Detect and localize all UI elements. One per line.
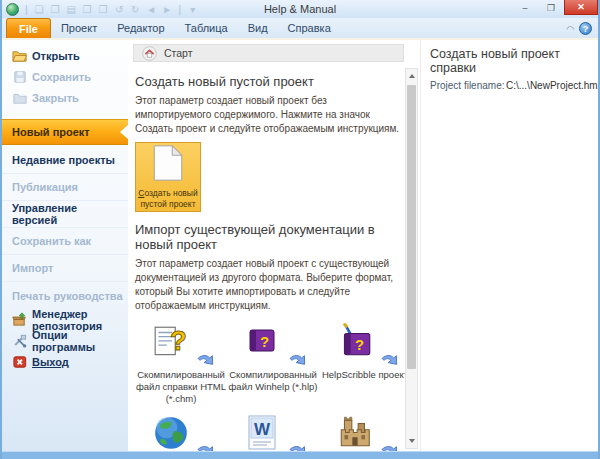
start-tab-label: Старт — [164, 47, 193, 59]
sidebar-item-recent-projects[interactable]: Недавние проекты — [2, 147, 128, 174]
blank-document-icon — [153, 145, 183, 185]
sidebar-item-print-manual[interactable]: Печать руководства — [2, 282, 128, 309]
title-bar: | ❏ ❐ ▤ ❒ ❒ ↺ ↻ ◄ ► | ▾ Help & Manual – … — [2, 0, 598, 18]
options-icon — [12, 333, 27, 348]
project-filename-label: Project filename: — [430, 80, 506, 91]
back-icon[interactable]: ◄ — [145, 4, 158, 15]
sidebar-item-repository-manager[interactable]: Менеджер репозитория — [2, 309, 128, 330]
create-new-project-tile[interactable]: Создать новый пустой проект — [135, 142, 201, 212]
divider: | — [179, 4, 182, 15]
project-filename-value[interactable]: C:\...\NewProject.hmxz — [506, 80, 600, 91]
svg-text:?: ? — [355, 337, 364, 353]
svg-text:?: ? — [260, 333, 269, 350]
tab-start[interactable]: Старт — [133, 44, 404, 62]
scroll-down-button[interactable] — [406, 434, 417, 448]
sidebar-item-publish[interactable]: Публикация — [2, 174, 128, 201]
import-item-chm[interactable]: ? Скомпилированный файл справки HTML (*.… — [135, 323, 227, 405]
chevron-up-icon — [409, 74, 415, 78]
sidebar-item-save[interactable]: Сохранить — [2, 66, 128, 87]
import-arrow-icon — [379, 436, 407, 451]
sidebar-item-label: Сохранить — [32, 71, 91, 83]
import-options-grid: ? Скомпилированный файл справки HTML (*.… — [135, 323, 407, 451]
globe-icon — [152, 414, 190, 451]
chm-file-icon: ? — [152, 323, 190, 365]
scroll-up-button[interactable] — [406, 69, 417, 83]
close-file-icon — [12, 90, 27, 105]
tab-help[interactable]: Справка — [278, 18, 341, 38]
sidebar-item-label: Новый проект — [12, 126, 90, 138]
import-item-documentation-file[interactable]: Файл документации — [319, 414, 407, 451]
sidebar-item-label: Печать руководства — [12, 290, 123, 302]
quick-access-toolbar: | ❏ ❐ ▤ ❒ ❒ ↺ ↻ ◄ ► | ▾ — [23, 4, 199, 15]
app-icon[interactable] — [6, 3, 19, 16]
save-icon[interactable]: ▤ — [65, 4, 78, 15]
project-filename-row: Project filename: C:\...\NewProject.hmxz — [430, 80, 600, 91]
section-body-import: Этот параметр создает новый проект с сущ… — [135, 257, 403, 313]
tab-file[interactable]: File — [6, 18, 51, 38]
tab-editor[interactable]: Редактор — [107, 18, 174, 38]
sidebar-item-label: Опции программы — [32, 329, 124, 353]
sidebar-item-label: Управление версией — [12, 202, 124, 226]
sidebar-item-program-options[interactable]: Опции программы — [2, 330, 128, 351]
close-all-icon[interactable]: ❒ — [97, 4, 110, 15]
import-item-rtf-word[interactable]: W RTF-документ, созданный с MS Word — [227, 414, 319, 451]
sidebar-item-open[interactable]: Открыть — [2, 45, 128, 66]
open-folder-icon — [12, 48, 27, 63]
minimize-button[interactable]: – — [512, 0, 538, 15]
word-document-icon: W — [244, 414, 280, 451]
sidebar-item-version-control[interactable]: Управление версией — [2, 201, 128, 228]
documentation-file-icon — [336, 414, 374, 451]
sidebar-item-import[interactable]: Импорт — [2, 255, 128, 282]
sidebar-item-label: Закрыть — [32, 92, 79, 104]
redo-icon[interactable]: ↻ — [129, 4, 142, 15]
svg-text:?: ? — [170, 325, 187, 356]
tab-view[interactable]: Вид — [238, 18, 278, 38]
home-icon — [142, 46, 157, 61]
import-arrow-icon — [195, 436, 223, 451]
new-file-icon[interactable]: ❏ — [33, 4, 46, 15]
open-file-icon[interactable]: ❐ — [49, 4, 62, 15]
close-file-icon[interactable]: ❒ — [81, 4, 94, 15]
help-icon[interactable]: ? — [579, 22, 592, 35]
sidebar-item-close[interactable]: Закрыть — [2, 87, 128, 108]
file-backstage: Открыть Сохранить Закрыть Новый проект Н… — [2, 40, 598, 451]
import-item-label: Скомпилированный файл Winhelp (*.hlp) — [227, 369, 319, 393]
right-panel-title: Создать новый проект справки — [430, 47, 600, 75]
app-window: | ❏ ❐ ▤ ❒ ❒ ↺ ↻ ◄ ► | ▾ Help & Manual – … — [0, 0, 600, 459]
scrollbar-thumb[interactable] — [407, 85, 416, 369]
maximize-button[interactable]: ❐ — [538, 0, 564, 15]
sidebar-item-exit[interactable]: Выход — [2, 351, 128, 372]
svg-text:W: W — [254, 420, 271, 439]
vertical-scrollbar[interactable] — [405, 68, 418, 449]
ribbon-collapse-icon[interactable]: ◠ — [566, 24, 574, 34]
sidebar-item-label: Импорт — [12, 262, 53, 274]
forward-icon[interactable]: ► — [161, 4, 174, 15]
import-item-helpscribble[interactable]: ? HelpScribble проект — [319, 323, 407, 405]
tab-table[interactable]: Таблица — [175, 18, 238, 38]
new-project-panel: Создать новый проект справки Project fil… — [420, 40, 600, 451]
helpscribble-icon: ? — [336, 323, 374, 365]
qat-dropdown-icon[interactable]: ▾ — [186, 4, 199, 15]
sidebar-item-label: Публикация — [12, 181, 78, 193]
tab-project[interactable]: Проект — [51, 18, 107, 38]
window-bottom-border — [2, 451, 598, 459]
tile-label: Создать новый пустой проект — [136, 188, 200, 209]
undo-icon[interactable]: ↺ — [113, 4, 126, 15]
start-page-content: Создать новый пустой проект Этот парамет… — [128, 66, 407, 451]
exit-icon — [12, 354, 27, 369]
import-item-label: Скомпилированный файл справки HTML (*.ch… — [135, 369, 227, 405]
file-menu-sidebar: Открыть Сохранить Закрыть Новый проект Н… — [2, 40, 128, 451]
import-item-html-text[interactable]: Обычный HTML и текстовые файлы — [135, 414, 227, 451]
sidebar-item-label: Сохранить как — [12, 235, 91, 247]
section-title-new-project: Создать новый пустой проект — [135, 74, 403, 89]
close-button[interactable]: ✕ — [564, 0, 598, 15]
import-arrow-icon — [287, 436, 315, 451]
repository-icon — [12, 312, 27, 327]
sidebar-item-save-as[interactable]: Сохранить как — [2, 228, 128, 255]
section-title-import: Импорт существующей документации в новый… — [135, 222, 403, 252]
sidebar-item-new-project[interactable]: Новый проект — [2, 119, 128, 145]
window-controls: – ❐ ✕ — [512, 0, 598, 15]
sidebar-item-label: Выход — [32, 356, 69, 368]
import-item-winhelp[interactable]: ? Скомпилированный файл Winhelp (*.hlp) — [227, 323, 319, 405]
sidebar-item-label: Недавние проекты — [12, 154, 115, 166]
